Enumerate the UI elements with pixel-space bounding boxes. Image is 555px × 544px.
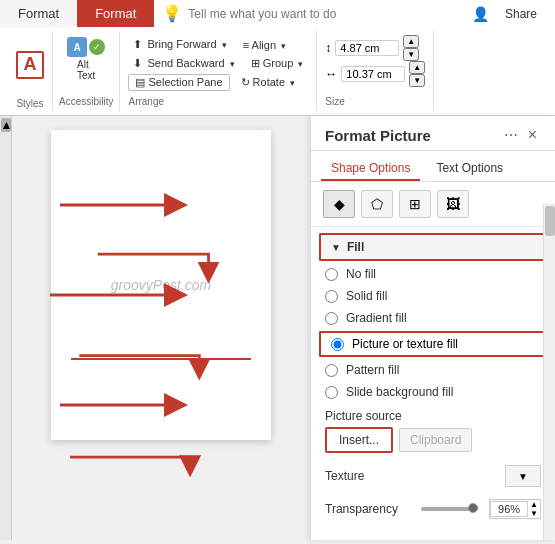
bring-forward-icon: ⬆: [133, 38, 142, 50]
picture-source-row: Insert... Clipboard: [325, 427, 541, 453]
slide-red-line: [71, 358, 251, 360]
panel-scroll-thumb: [545, 206, 555, 236]
panel-tabs: Shape Options Text Options: [311, 151, 555, 182]
picture-texture-radio[interactable]: [331, 338, 344, 351]
width-input[interactable]: [341, 66, 405, 82]
tab-format1[interactable]: Format: [0, 0, 77, 27]
transparency-thumb[interactable]: [468, 503, 478, 513]
styles-label: Styles: [16, 96, 43, 109]
fill-section-title: Fill: [347, 240, 364, 254]
transparency-input-group: 96% ▲ ▼: [489, 499, 541, 519]
fill-icon-button[interactable]: ◆: [323, 190, 355, 218]
slide-canvas-area: groovyPost.com: [12, 116, 310, 540]
align-arrow: ▾: [281, 41, 286, 51]
transparency-up-button[interactable]: ▲: [528, 500, 540, 509]
insert-button[interactable]: Insert...: [325, 427, 393, 453]
picture-icon-button[interactable]: 🖼: [437, 190, 469, 218]
size-label: Size: [325, 94, 425, 107]
panel-scrollbar[interactable]: [543, 204, 555, 540]
width-down-button[interactable]: ▼: [409, 74, 425, 87]
width-spinner: ▲ ▼: [409, 61, 425, 87]
share-button[interactable]: Share: [495, 3, 547, 25]
slide-canvas: groovyPost.com: [51, 130, 271, 440]
slide-bg-fill-radio[interactable]: [325, 386, 338, 399]
height-down-button[interactable]: ▼: [403, 48, 419, 61]
texture-label: Texture: [325, 469, 364, 483]
align-icon: ≡: [243, 39, 249, 51]
group-button[interactable]: ⊞ Group ▾: [246, 55, 309, 72]
picture-texture-fill-option[interactable]: Picture or texture fill: [319, 331, 547, 357]
panel-title: Format Picture: [325, 127, 431, 144]
panel-header: Format Picture ⋯ ×: [311, 116, 555, 151]
send-backward-arrow: ▾: [230, 59, 235, 69]
solid-fill-radio[interactable]: [325, 290, 338, 303]
alt-text-label: AltText: [77, 59, 95, 81]
accessibility-group: A ✓ AltText Accessibility: [53, 31, 120, 111]
panel-options-button[interactable]: ⋯: [504, 126, 518, 144]
width-up-button[interactable]: ▲: [409, 61, 425, 74]
tab-format2[interactable]: Format: [77, 0, 154, 27]
tab-text-options[interactable]: Text Options: [426, 157, 513, 181]
alt-text-icon: A ✓: [67, 37, 105, 57]
no-fill-radio[interactable]: [325, 268, 338, 281]
scroll-track: [1, 132, 11, 540]
pattern-fill-radio[interactable]: [325, 364, 338, 377]
transparency-value: 96%: [490, 501, 528, 517]
rotate-button[interactable]: ↻ Rotate ▾: [236, 74, 301, 91]
panel-icon-bar: ◆ ⬠ ⊞ 🖼: [311, 182, 555, 227]
selection-pane-icon: ▤: [135, 76, 148, 88]
transparency-slider[interactable]: [421, 507, 479, 511]
style-a-icon: A: [16, 51, 44, 79]
vertical-scrollbar[interactable]: ▲: [0, 116, 12, 540]
ribbon-tab-row: Format Format 💡 👤 Share: [0, 0, 555, 27]
pattern-fill-option[interactable]: Pattern fill: [311, 359, 555, 381]
gradient-fill-option[interactable]: Gradient fill: [311, 307, 555, 329]
arrange-row-2: ⬇ Send Backward ▾ ⊞ Group ▾: [128, 55, 308, 72]
transparency-spinner: ▲ ▼: [528, 500, 540, 518]
main-area: ▲ groovyPost.com: [0, 116, 555, 540]
solid-fill-option[interactable]: Solid fill: [311, 285, 555, 307]
size-icon-button[interactable]: ⊞: [399, 190, 431, 218]
height-icon: ↕: [325, 41, 331, 55]
transparency-label: Transparency: [325, 502, 415, 516]
rotate-icon: ↻: [241, 76, 250, 88]
accessibility-label: Accessibility: [59, 94, 113, 107]
tab-shape-options[interactable]: Shape Options: [321, 157, 420, 181]
bring-forward-button[interactable]: ⬆ Bring Forward ▾: [128, 36, 231, 53]
slide-bg-fill-option[interactable]: Slide background fill: [311, 381, 555, 403]
slide-area: ▲ groovyPost.com: [0, 116, 310, 540]
height-row: ↕ ▲ ▼: [325, 35, 425, 61]
tell-me-input[interactable]: [188, 7, 466, 21]
group-icon: ⊞: [251, 57, 260, 69]
format-picture-panel: Format Picture ⋯ × Shape Options Text Op…: [310, 116, 555, 540]
texture-picker-button[interactable]: ▼: [505, 465, 541, 487]
effects-icon-button[interactable]: ⬠: [361, 190, 393, 218]
height-input[interactable]: [335, 40, 399, 56]
arrange-group: ⬆ Bring Forward ▾ ≡ Align ▾ ⬇ Send Backw…: [120, 31, 317, 111]
size-group: ↕ ▲ ▼ ↔ ▲ ▼ Size: [317, 31, 434, 111]
scroll-up-arrow[interactable]: ▲: [1, 118, 11, 132]
width-icon: ↔: [325, 67, 337, 81]
panel-close-button[interactable]: ×: [524, 126, 541, 144]
alt-text-button[interactable]: A ✓ AltText: [65, 35, 107, 83]
send-backward-button[interactable]: ⬇ Send Backward ▾: [128, 55, 239, 72]
solid-fill-label: Solid fill: [346, 289, 387, 303]
pattern-fill-label: Pattern fill: [346, 363, 399, 377]
no-fill-option[interactable]: No fill: [311, 263, 555, 285]
rotate-arrow: ▾: [290, 78, 295, 88]
transparency-row: Transparency 96% ▲ ▼: [311, 493, 555, 525]
texture-row: Texture ▼: [311, 459, 555, 493]
transparency-down-button[interactable]: ▼: [528, 509, 540, 518]
align-button[interactable]: ≡ Align ▾: [238, 37, 291, 53]
styles-group: A Styles: [8, 31, 53, 111]
lightbulb-icon: 💡: [162, 4, 182, 23]
selection-pane-button[interactable]: ▤ Selection Pane: [128, 74, 229, 91]
panel-controls: ⋯ ×: [504, 126, 541, 144]
height-spinner: ▲ ▼: [403, 35, 419, 61]
fill-section-header[interactable]: ▼ Fill: [319, 233, 547, 261]
arrange-row-1: ⬆ Bring Forward ▾ ≡ Align ▾: [128, 36, 308, 53]
height-up-button[interactable]: ▲: [403, 35, 419, 48]
clipboard-button[interactable]: Clipboard: [399, 428, 472, 452]
send-backward-icon: ⬇: [133, 57, 142, 69]
gradient-fill-radio[interactable]: [325, 312, 338, 325]
